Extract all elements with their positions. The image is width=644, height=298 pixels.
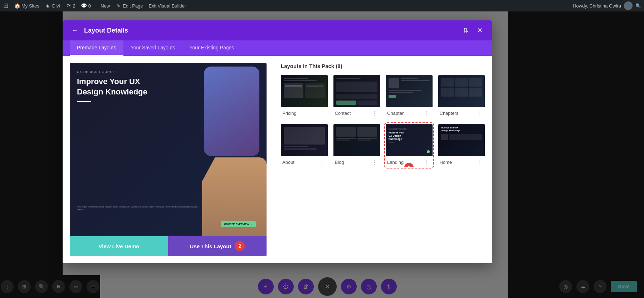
modal-header-left: ← Layout Details: [70, 25, 128, 35]
layout-menu-btn-chapters[interactable]: ⋮: [475, 110, 483, 117]
layout-menu-btn-home[interactable]: ⋮: [475, 159, 483, 166]
layout-name-chapter: Chapter: [387, 111, 404, 116]
modal-close-button[interactable]: ✕: [475, 25, 485, 35]
live-demo-button[interactable]: View Live Demo: [70, 236, 168, 256]
layout-thumb-landing: UX DESIGN COURSE Improve YourUX DesignKn…: [386, 124, 433, 156]
my-sites-item[interactable]: 🏠 My Sites: [14, 3, 39, 9]
layout-menu-btn-chapter[interactable]: ⋮: [423, 110, 431, 117]
my-sites-label: My Sites: [21, 3, 39, 9]
layout-card-about[interactable]: About ⋮: [281, 124, 328, 167]
modal-body: UX Design Course ✦ ✦ Improve Your UX Des…: [63, 56, 492, 263]
wp-logo-item[interactable]: ⊞: [3, 3, 9, 9]
layout-card-blog[interactable]: Blog ⋮: [333, 124, 380, 167]
comments-count: 0: [88, 3, 91, 9]
edit-page-item[interactable]: ✎ Edit Page: [116, 3, 143, 9]
sort-icon: ⇅: [463, 26, 468, 34]
layout-card-contact[interactable]: Contact ⋮: [333, 75, 380, 118]
layout-thumb-home: Improve Your UXDesign Knowledge: [438, 124, 485, 156]
thumb-card: [455, 88, 468, 97]
layouts-title: Layouts In This Pack (8): [281, 63, 485, 69]
layout-footer-blog: Blog ⋮: [333, 156, 380, 167]
layout-thumb-blog: [333, 124, 380, 156]
layout-name-home: Home: [440, 160, 452, 165]
layout-card-pricing[interactable]: Pricing ⋮: [281, 75, 328, 118]
thumb-green-dot: [427, 150, 430, 153]
updates-item[interactable]: ⟳ 2: [66, 3, 75, 9]
layout-card-chapters[interactable]: Chapters ⋮: [438, 75, 485, 118]
updates-count: 2: [73, 3, 75, 9]
tab-saved-layouts[interactable]: Your Saved Layouts: [123, 40, 182, 56]
close-icon: ✕: [477, 26, 483, 34]
thumb-card: [469, 88, 482, 97]
sites-icon: 🏠: [14, 3, 20, 9]
layouts-grid: Pricing ⋮: [281, 75, 485, 167]
thumb-blog-item: [336, 127, 356, 141]
thumb-line: [389, 92, 413, 93]
divi-item[interactable]: ◈ Divi: [45, 3, 60, 9]
tab-premade-layouts[interactable]: Premade Layouts: [70, 40, 123, 56]
layout-menu-btn-contact[interactable]: ⋮: [370, 110, 379, 117]
exit-builder-label: Exit Visual Builder: [149, 3, 186, 9]
preview-cta-button: COURSE OVERVIEW →: [221, 221, 256, 227]
new-item[interactable]: + New: [97, 3, 110, 9]
preview-content: UX Design Course ✦ ✦ Improve Your UX Des…: [70, 63, 267, 236]
layout-card-home[interactable]: Improve Your UXDesign Knowledge Home ⋮: [438, 124, 485, 167]
modal-back-button[interactable]: ←: [70, 25, 80, 35]
layout-thumb-chapters: [438, 75, 485, 107]
thumb-blog-item: [357, 127, 377, 141]
layout-card-chapter[interactable]: Chapter ⋮: [386, 75, 433, 118]
layout-footer-home: Home ⋮: [438, 156, 485, 167]
layout-thumb-chapter: [386, 75, 433, 107]
admin-bar: ⊞ 🏠 My Sites ◈ Divi ⟳ 2 💬 0 + New ✎ Edit…: [0, 0, 644, 11]
thumb-line: [284, 78, 308, 79]
thumb-card: [455, 78, 468, 87]
updates-icon: ⟳: [66, 3, 72, 9]
layout-name-contact: Contact: [335, 111, 351, 116]
layout-name-blog: Blog: [335, 160, 344, 165]
thumb-card: [441, 78, 454, 87]
phone-screen: [204, 67, 259, 156]
layout-footer-chapter: Chapter ⋮: [386, 107, 433, 118]
modal-tabs: Premade Layouts Your Saved Layouts Your …: [63, 40, 492, 56]
layout-menu-btn-landing[interactable]: ⋮: [423, 159, 431, 166]
layout-name-about: About: [282, 160, 294, 165]
modal-title: Layout Details: [84, 27, 128, 34]
preview-image: UX Design Course ✦ ✦ Improve Your UX Des…: [70, 63, 267, 256]
use-layout-label: Use This Layout: [190, 243, 231, 249]
layout-details-modal: ← Layout Details ⇅ ✕ Premade Layouts You…: [63, 20, 492, 263]
exit-builder-item[interactable]: Exit Visual Builder: [149, 3, 186, 9]
preview-heading: Improve Your UX Design Knowledge: [77, 77, 148, 97]
modal-sort-button[interactable]: ⇅: [460, 25, 470, 35]
layout-thumb-pricing: [281, 75, 328, 107]
layout-menu-btn-about[interactable]: ⋮: [318, 159, 326, 166]
use-layout-badge: 2: [235, 241, 245, 251]
layout-thumb-contact: [333, 75, 380, 107]
user-greeting[interactable]: Howdy, Christina Gwira: [573, 3, 621, 9]
layouts-panel: Layouts In This Pack (8): [274, 56, 492, 263]
divi-icon: ◈: [45, 3, 51, 9]
layout-card-landing[interactable]: UX DESIGN COURSE Improve YourUX DesignKn…: [386, 124, 433, 167]
wp-logo-icon: ⊞: [3, 3, 9, 9]
modal-header-right: ⇅ ✕: [460, 25, 485, 35]
tab-existing-pages[interactable]: Your Existing Pages: [182, 40, 241, 56]
layout-footer-contact: Contact ⋮: [333, 107, 380, 118]
modal-header: ← Layout Details ⇅ ✕: [63, 20, 492, 40]
preview-underline: [77, 101, 91, 102]
thumb-line: [284, 80, 317, 81]
comments-item[interactable]: 💬 0: [81, 3, 91, 9]
layout-menu-btn-blog[interactable]: ⋮: [370, 159, 379, 166]
thumb-line: [389, 90, 421, 91]
use-layout-button[interactable]: Use This Layout 2: [168, 236, 267, 256]
preview-actions: View Live Demo Use This Layout 2: [70, 236, 267, 256]
phone-mockup: [204, 67, 259, 156]
divi-label: Divi: [52, 3, 60, 9]
adminbar-search-icon[interactable]: 🔍: [635, 3, 641, 9]
user-avatar[interactable]: 👤: [624, 1, 633, 10]
thumb-line: [401, 80, 430, 81]
preview-text-block: Nunc fringilla erat ut lectus aliquet, a…: [77, 205, 199, 211]
layout-footer-chapters: Chapters ⋮: [438, 107, 485, 118]
layout-footer-about: About ⋮: [281, 156, 328, 167]
layout-menu-btn-pricing[interactable]: ⋮: [318, 110, 326, 117]
thumb-img: [284, 127, 325, 145]
layout-name-landing: Landing: [387, 160, 404, 165]
